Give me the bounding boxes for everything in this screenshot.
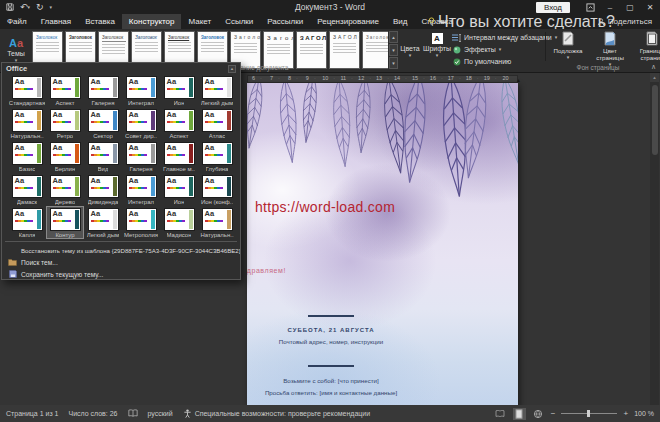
ribbon-tab[interactable]: Макет (181, 14, 218, 29)
theme-item[interactable]: Aa Натуральн.. (198, 206, 236, 239)
scroll-up-icon[interactable]: ▲ (650, 73, 659, 82)
scrollbar-thumb[interactable] (652, 85, 658, 155)
theme-item[interactable]: Aa Атлас (198, 107, 236, 140)
ribbon-tab[interactable]: Рецензирование (310, 14, 386, 29)
save-current-theme-menu-item[interactable]: Сохранить текущую тему... (2, 268, 240, 280)
ribbon-tab[interactable]: Вставка (78, 14, 122, 29)
theme-item[interactable]: Aa Натуральн.. (8, 107, 46, 140)
ribbon-tab[interactable]: Рассылки (260, 14, 310, 29)
gallery-more-icon[interactable]: ▼ (389, 57, 398, 69)
theme-item[interactable]: Aa Ион (160, 74, 198, 107)
save-theme-icon (8, 270, 17, 278)
zoom-slider-thumb[interactable] (587, 410, 590, 417)
style-set-thumbnail[interactable]: ЗАГОЛОВОК (296, 31, 327, 69)
theme-color-dots (129, 154, 147, 157)
theme-item[interactable]: Aa Совет дир.. (122, 107, 160, 140)
ruler-number: 13 (374, 76, 392, 82)
theme-item[interactable]: Aa Метрополия (122, 206, 160, 239)
zoom-out-button[interactable]: − (551, 409, 556, 418)
theme-item[interactable]: Aa Легкий дым (84, 206, 122, 239)
restore-theme-menu-item[interactable]: Восстановить тему из шаблона {29D887FE-7… (2, 244, 240, 256)
page-color-button[interactable]: Цвет страницы ▾ (593, 31, 627, 67)
theme-item[interactable]: Aa Интеграл (122, 74, 160, 107)
accessibility-status[interactable]: Специальные возможности: проверьте реком… (183, 409, 371, 418)
gallery-scroll-up-icon[interactable]: ▲ (389, 31, 398, 43)
theme-item[interactable]: Aa Дамаск (8, 173, 46, 206)
theme-name: Ретро (57, 133, 73, 139)
horizontal-ruler[interactable]: ▲ 67891011121314151617181920 (247, 75, 518, 83)
tell-me-box[interactable]: Что вы хотите сделать? (428, 14, 615, 29)
undo-icon[interactable]: ↶▾ (20, 3, 30, 12)
effects-button[interactable]: Эффекты ▾ (452, 44, 501, 55)
theme-item[interactable]: Aa Легкий дым (198, 74, 236, 107)
theme-item[interactable]: Aa Интеграл (122, 173, 160, 206)
theme-item[interactable]: Aa Галерея (84, 74, 122, 107)
save-icon[interactable] (6, 3, 14, 11)
theme-item[interactable]: Aa Галерея (122, 140, 160, 173)
zoom-in-button[interactable]: + (623, 409, 628, 418)
dropdown-scroll-up-icon[interactable]: ▲ (228, 65, 236, 73)
ribbon-tab[interactable]: Файл (0, 14, 34, 29)
ribbon-tab[interactable]: Главная (34, 14, 78, 29)
style-set-thumbnail[interactable]: Заголовок (329, 31, 360, 69)
theme-item[interactable]: Aa Аспект (46, 74, 84, 107)
address-line: Почтовый адрес, номер, инструкции (261, 339, 401, 345)
zoom-slider[interactable] (561, 413, 617, 414)
restore-button[interactable]: ▢ (620, 0, 640, 14)
page-count-status[interactable]: Страница 1 из 1 (6, 410, 58, 417)
page-borders-button[interactable]: Границы страниц (635, 31, 660, 67)
person-icon (597, 18, 605, 26)
theme-item[interactable]: Aa Аспект (160, 107, 198, 140)
theme-fonts-button[interactable]: Шрифты ▾ (424, 32, 450, 58)
ribbon-tab[interactable]: Вид (386, 14, 414, 29)
theme-item[interactable]: Aa Контур (46, 206, 84, 239)
theme-item[interactable]: Aa Мадисон (160, 206, 198, 239)
document-page[interactable]: https://word-load.com Поздравляем! СУББО… (247, 83, 518, 405)
ruler-number: 15 (409, 76, 427, 82)
theme-item[interactable]: Aa Ион (конф.. (198, 173, 236, 206)
read-mode-button[interactable] (494, 408, 507, 420)
paragraph-spacing-button[interactable]: Интервал между абзацами ▾ (452, 32, 557, 43)
zoom-level[interactable]: 100 % (634, 410, 654, 417)
gallery-scroll-down-icon[interactable]: ▼ (389, 44, 398, 56)
theme-item[interactable]: Aa Капля (8, 206, 46, 239)
ribbon-tab[interactable]: Ссылки (218, 14, 260, 29)
collapse-ribbon-icon[interactable]: ∧ (651, 63, 656, 71)
close-button[interactable]: ✕ (640, 0, 660, 14)
theme-name: Натуральн.. (10, 133, 43, 139)
theme-accent-bar (113, 144, 117, 163)
theme-name: Галерея (91, 100, 114, 106)
theme-item[interactable]: Aa Сектор (84, 107, 122, 140)
theme-item[interactable]: Aa Главное м.. (160, 140, 198, 173)
word-count-status[interactable]: Число слов: 26 (68, 410, 117, 417)
customize-qat-icon[interactable]: ▾ (50, 5, 53, 10)
theme-item[interactable]: Aa Берлин (46, 140, 84, 173)
theme-item[interactable]: Aa Ретро (46, 107, 84, 140)
theme-item[interactable]: Aa Базис (8, 140, 46, 173)
theme-name: Ион (конф.. (201, 199, 233, 205)
theme-item[interactable]: Aa Ион (160, 173, 198, 206)
theme-accent-bar (75, 177, 79, 196)
set-as-default-button[interactable]: По умолчанию (452, 56, 511, 67)
print-layout-button[interactable] (513, 408, 526, 420)
watermark-button[interactable]: Подложка ▾ (551, 31, 585, 67)
sign-in-button[interactable]: Вход (536, 2, 570, 13)
browse-themes-menu-item[interactable]: Поиск тем... (2, 256, 240, 268)
theme-name: Дамаск (17, 199, 38, 205)
theme-item[interactable]: Aa Стандартная (8, 74, 46, 107)
theme-color-dots (167, 154, 185, 157)
ribbon-tab[interactable]: Конструктор (122, 14, 182, 29)
theme-item[interactable]: Aa Дерево (46, 173, 84, 206)
share-button[interactable]: Поделиться (597, 14, 652, 29)
style-set-thumbnail[interactable]: Заголовок (362, 31, 388, 69)
theme-item[interactable]: Aa Дивиденда (84, 173, 122, 206)
proofing-status[interactable] (128, 409, 138, 418)
theme-item[interactable]: Aa Глубина (198, 140, 236, 173)
theme-item[interactable]: Aa Вид (84, 140, 122, 173)
theme-colors-button[interactable]: Цвета ▾ (398, 32, 422, 58)
web-layout-button[interactable] (532, 408, 545, 420)
redo-icon[interactable]: ↻ (36, 3, 44, 12)
ruler-number: 19 (481, 76, 499, 82)
language-status[interactable]: русский (148, 410, 173, 417)
vertical-scrollbar[interactable]: ▲ (650, 73, 659, 405)
